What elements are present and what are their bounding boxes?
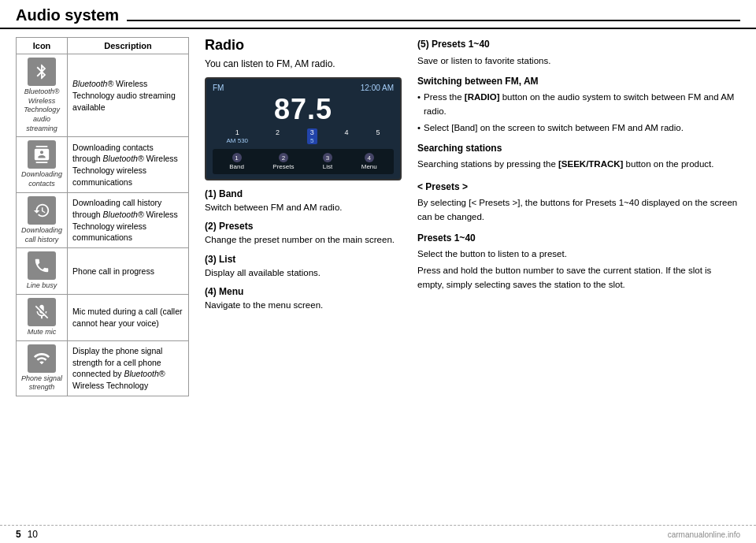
band-label: (1) Band xyxy=(205,188,402,199)
desc-cell-mute-mic: Mic muted during a call (caller cannot h… xyxy=(68,294,189,340)
switching-fm-am-heading: Switching between FM, AM xyxy=(417,74,740,89)
searching-stations-heading: Searching stations xyxy=(417,141,740,156)
desc-cell-signal: Display the phone signal strength for a … xyxy=(68,340,189,396)
presets-nav-text: By selecting [< Presets >], the buttons … xyxy=(417,196,740,225)
dl-history-icon xyxy=(28,196,56,225)
presets-save-text: Press and hold the button number to save… xyxy=(417,264,740,292)
col-icon-header: Icon xyxy=(17,38,68,54)
desc-cell-dl-history: Downloading call history through Bluetoo… xyxy=(68,192,189,247)
bullet-text-1: Press the [RADIO] button on the audio sy… xyxy=(424,91,740,119)
icon-cell-mute-mic: Mute mic xyxy=(17,294,68,340)
radio-title: Radio xyxy=(205,37,402,54)
bt-streaming-label: Bluetooth®WirelessTechnologyaudio stream… xyxy=(21,87,62,133)
phone-signal-icon xyxy=(28,344,56,373)
bullet-dot-2: • xyxy=(417,121,421,136)
icon-cell-dl-history: Downloadingcall history xyxy=(17,192,68,247)
desc-cell-line-busy: Phone call in progress xyxy=(68,248,189,295)
presets-40-heading: (5) Presets 1~40 xyxy=(417,37,740,52)
icon-cell-dl-contacts: Downloadingcontacts xyxy=(17,137,68,192)
bullet-dot-1: • xyxy=(417,91,421,119)
radio-control-buttons: 1 Band 2 Presets 3 List 4 Menu xyxy=(213,149,394,174)
chapter-number: 5 xyxy=(16,529,21,540)
radio-info-presets: (2) Presets Change the preset number on … xyxy=(205,221,402,247)
preset-2: 2 xyxy=(276,128,280,144)
bullet-radio-button: • Press the [RADIO] button on the audio … xyxy=(417,91,740,119)
icon-cell-line-busy: Line busy xyxy=(17,248,68,295)
icon-cell-signal: Phone signal strength xyxy=(17,340,68,396)
presets-nav-heading: < Presets > xyxy=(417,180,740,195)
header-rule xyxy=(127,20,740,21)
presets-text: Change the preset number on the main scr… xyxy=(205,233,402,247)
preset-1: 1 AM 530 xyxy=(226,128,248,144)
radio-info-menu: (4) Menu Navigate to the menu screen. xyxy=(205,286,402,312)
bullet-text-2: Select [Band] on the screen to switch be… xyxy=(424,121,684,136)
page-footer: 5 10 carmanualonline.info xyxy=(0,525,756,543)
radio-display-top: FM 12:00 AM xyxy=(213,84,394,92)
presets-label: (2) Presets xyxy=(205,221,402,232)
desc-cell-bt-streaming: Bluetooth® Wireless Technology audio str… xyxy=(68,54,189,137)
bt-streaming-icon xyxy=(28,58,56,86)
icon-table-section: Icon Description Bluetooth®WirelessTechn… xyxy=(16,37,189,506)
footer-logo: carmanualonline.info xyxy=(668,530,740,539)
mute-mic-label: Mute mic xyxy=(21,328,62,337)
bullet-band-select: • Select [Band] on the screen to switch … xyxy=(417,121,740,136)
presets-40-text: Save or listen to favorite stations. xyxy=(417,54,740,69)
dl-contacts-label: Downloadingcontacts xyxy=(21,170,62,188)
radio-display: FM 12:00 AM 87.5 1 AM 530 2 3 5 4 xyxy=(205,77,402,180)
dl-history-label: Downloadingcall history xyxy=(21,226,62,244)
phone-signal-label: Phone signal strength xyxy=(21,374,62,392)
main-content: Icon Description Bluetooth®WirelessTechn… xyxy=(0,29,756,514)
page-number: 10 xyxy=(28,529,38,540)
instructions-section: (5) Presets 1~40 Save or listen to favor… xyxy=(417,37,740,506)
page-title: Audio system xyxy=(16,6,119,24)
menu-text: Navigate to the menu screen. xyxy=(205,299,402,312)
table-row: Phone signal strength Display the phone … xyxy=(17,340,189,396)
band-button[interactable]: 1 Band xyxy=(226,151,247,172)
list-text: Display all available stations. xyxy=(205,266,402,280)
icon-table: Icon Description Bluetooth®WirelessTechn… xyxy=(16,37,189,396)
page-header: Audio system xyxy=(0,0,756,29)
menu-label: (4) Menu xyxy=(205,286,402,297)
table-row: Mute mic Mic muted during a call (caller… xyxy=(17,294,189,340)
line-busy-label: Line busy xyxy=(21,281,62,291)
menu-button[interactable]: 4 Menu xyxy=(358,151,380,172)
radio-time: 12:00 AM xyxy=(361,84,394,92)
line-busy-icon xyxy=(28,251,56,280)
preset-4: 4 xyxy=(344,128,348,144)
preset-5: 5 xyxy=(376,128,380,144)
icon-cell-bt-streaming: Bluetooth®WirelessTechnologyaudio stream… xyxy=(17,54,68,137)
table-row: Line busy Phone call in progress xyxy=(17,248,189,295)
dl-contacts-icon xyxy=(28,140,56,169)
mute-mic-icon xyxy=(28,298,56,326)
table-row: Bluetooth®WirelessTechnologyaudio stream… xyxy=(17,54,189,137)
radio-info-list: (3) List Display all available stations. xyxy=(205,254,402,280)
radio-section: Radio You can listen to FM, AM radio. FM… xyxy=(205,37,402,506)
presets-select-text: Select the button to listen to a preset. xyxy=(417,247,740,262)
searching-stations-text: Searching stations by pressing the [SEEK… xyxy=(417,158,740,172)
presets-button[interactable]: 2 Presets xyxy=(269,151,297,172)
radio-subtitle: You can listen to FM, AM radio. xyxy=(205,58,402,69)
list-button[interactable]: 3 List xyxy=(320,151,335,172)
table-row: Downloadingcontacts Downloading contacts… xyxy=(17,137,189,192)
desc-cell-dl-contacts: Downloading contacts through Bluetooth® … xyxy=(68,137,189,192)
presets-1-40-sub-heading: Presets 1~40 xyxy=(417,231,740,246)
radio-info-band: (1) Band Switch between FM and AM radio. xyxy=(205,188,402,214)
list-label: (3) List xyxy=(205,254,402,265)
radio-frequency: 87.5 xyxy=(213,95,394,124)
radio-presets-row: 1 AM 530 2 3 5 4 5 xyxy=(213,128,394,144)
col-desc-header: Description xyxy=(68,38,189,54)
preset-3-active: 3 5 xyxy=(307,128,317,144)
table-row: Downloadingcall history Downloading call… xyxy=(17,192,189,247)
radio-band-label: FM xyxy=(213,84,224,92)
band-text: Switch between FM and AM radio. xyxy=(205,201,402,214)
